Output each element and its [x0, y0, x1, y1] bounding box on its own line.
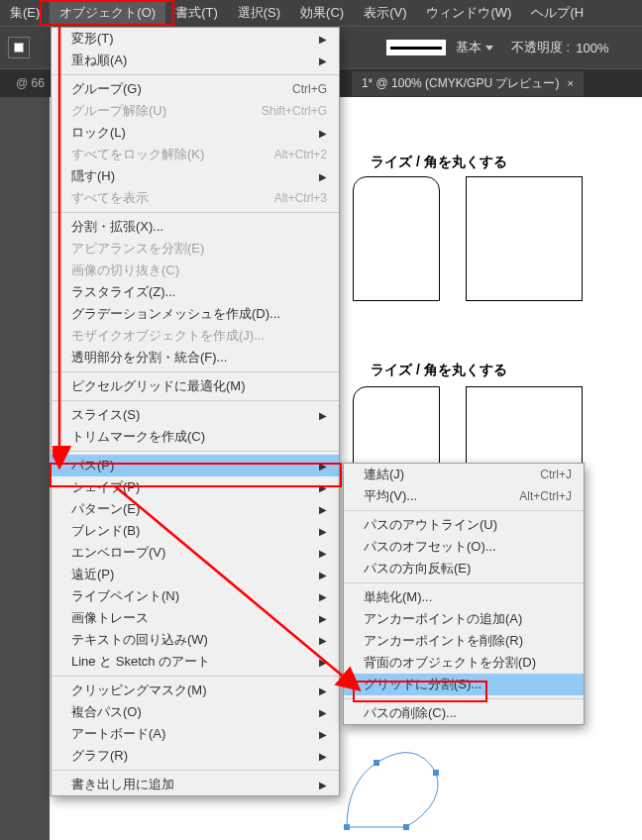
chevron-right-icon: ▶ — [319, 780, 327, 790]
close-icon[interactable]: × — [567, 77, 573, 89]
sample-rect-1 — [353, 176, 440, 301]
menu-lock[interactable]: ロック(L)▶ — [52, 122, 339, 144]
menu-pixel-grid[interactable]: ピクセルグリッドに最適化(M) — [52, 375, 339, 397]
chevron-right-icon: ▶ — [319, 482, 327, 493]
menu-text-wrap[interactable]: テキストの回り込み(W)▶ — [52, 629, 339, 651]
menu-view[interactable]: 表示(V) — [354, 0, 416, 26]
separator — [52, 212, 339, 213]
menu-expand[interactable]: 分割・拡張(X)... — [52, 216, 339, 238]
separator — [52, 74, 339, 75]
stroke-preview[interactable] — [386, 40, 446, 55]
menu-live-paint[interactable]: ライブペイント(N)▶ — [52, 585, 339, 607]
menu-hide[interactable]: 隠す(H)▶ — [52, 165, 339, 187]
separator — [52, 451, 339, 452]
menu-expand-appearance: アピアランスを分割(E) — [52, 238, 339, 260]
submenu-reverse[interactable]: パスの方向反転(E) — [344, 558, 584, 579]
menu-artboard[interactable]: アートボード(A)▶ — [52, 723, 339, 745]
page-heading-1: ライズ / 角を丸くする — [371, 154, 507, 171]
separator — [344, 582, 584, 583]
menu-envelope[interactable]: エンベロープ(V)▶ — [52, 542, 339, 564]
menu-image-trace[interactable]: 画像トレース▶ — [52, 607, 339, 629]
menu-select[interactable]: 選択(S) — [228, 0, 290, 26]
submenu-divide-below[interactable]: 背面のオブジェクトを分割(D) — [344, 652, 584, 674]
object-dropdown: 変形(T)▶ 重ね順(A)▶ グループ(G)Ctrl+G グループ解除(U)Sh… — [51, 27, 340, 796]
submenu-split-to-grid[interactable]: グリッドに分割(S)... — [344, 674, 584, 695]
menu-flatten[interactable]: 透明部分を分割・統合(F)... — [52, 347, 339, 368]
graphic-style-basic[interactable]: 基本 — [450, 37, 499, 58]
menu-edit[interactable]: 集(E) — [0, 0, 50, 26]
submenu-cleanup[interactable]: パスの削除(C)... — [344, 702, 584, 724]
menu-object[interactable]: オブジェクト(O) — [50, 0, 165, 26]
separator — [52, 770, 339, 771]
menu-crop-image: 画像の切り抜き(C) — [52, 260, 339, 281]
menu-gradient-mesh[interactable]: グラデーションメッシュを作成(D)... — [52, 303, 339, 325]
sample-rect-3 — [353, 386, 440, 466]
chevron-right-icon: ▶ — [319, 34, 327, 45]
menu-blend[interactable]: ブレンド(B)▶ — [52, 520, 339, 542]
shortcut: Alt+Ctrl+J — [519, 489, 572, 503]
menu-line-sketch[interactable]: Line と Sketch のアート▶ — [52, 651, 339, 673]
selected-path[interactable] — [337, 733, 495, 840]
chevron-right-icon: ▶ — [319, 128, 327, 139]
chevron-right-icon: ▶ — [319, 570, 327, 580]
menu-export-add[interactable]: 書き出し用に追加▶ — [52, 774, 339, 795]
basic-label: 基本 — [456, 39, 482, 56]
menu-unlock-all: すべてをロック解除(K)Alt+Ctrl+2 — [52, 144, 339, 165]
menu-path[interactable]: パス(P)▶ — [52, 455, 339, 476]
menu-shape[interactable]: シェイプ(P)▶ — [52, 476, 339, 498]
fill-stroke-icon[interactable] — [8, 37, 30, 58]
separator — [344, 510, 584, 511]
path-submenu: 連結(J)Ctrl+J 平均(V)...Alt+Ctrl+J パスのアウトライン… — [343, 463, 585, 725]
menu-ungroup: グループ解除(U)Shift+Ctrl+G — [52, 100, 339, 122]
menu-transform[interactable]: 変形(T)▶ — [52, 28, 339, 50]
shortcut: Alt+Ctrl+2 — [274, 148, 327, 161]
shortcut: Ctrl+J — [540, 468, 572, 481]
menu-rasterize[interactable]: ラスタライズ(Z)... — [52, 281, 339, 303]
menu-group[interactable]: グループ(G)Ctrl+G — [52, 78, 339, 100]
tab-left[interactable]: @ 66 — [6, 72, 54, 94]
dock-left — [0, 97, 50, 840]
menu-type[interactable]: 書式(T) — [165, 0, 228, 26]
chevron-right-icon: ▶ — [319, 751, 327, 762]
menu-graph[interactable]: グラフ(R)▶ — [52, 745, 339, 767]
menu-perspective[interactable]: 遠近(P)▶ — [52, 564, 339, 585]
submenu-remove-anchor[interactable]: アンカーポイントを削除(R) — [344, 630, 584, 652]
opacity-value[interactable]: 100% — [576, 41, 608, 55]
menu-trim-marks[interactable]: トリムマークを作成(C) — [52, 426, 339, 448]
svg-rect-3 — [403, 824, 409, 830]
tab-active[interactable]: 1* @ 100% (CMYK/GPU プレビュー) × — [352, 71, 584, 96]
chevron-right-icon: ▶ — [319, 685, 327, 696]
separator — [52, 371, 339, 372]
submenu-average[interactable]: 平均(V)...Alt+Ctrl+J — [344, 485, 584, 507]
chevron-right-icon: ▶ — [319, 635, 327, 646]
chevron-right-icon: ▶ — [319, 504, 327, 515]
separator — [52, 400, 339, 401]
menu-help[interactable]: ヘルプ(H — [521, 0, 593, 26]
menu-mosaic: モザイクオブジェクトを作成(J)... — [52, 325, 339, 347]
menu-pattern[interactable]: パターン(E)▶ — [52, 498, 339, 520]
page-heading-2: ライズ / 角を丸くする — [371, 362, 507, 379]
menu-slice[interactable]: スライス(S)▶ — [52, 404, 339, 426]
shortcut: Alt+Ctrl+3 — [274, 191, 327, 205]
menu-compound-path[interactable]: 複合パス(O)▶ — [52, 701, 339, 723]
menu-effect[interactable]: 効果(C) — [290, 0, 354, 26]
chevron-right-icon: ▶ — [319, 613, 327, 624]
menu-clipping-mask[interactable]: クリッピングマスク(M)▶ — [52, 680, 339, 701]
menu-show-all: すべてを表示Alt+Ctrl+3 — [52, 187, 339, 209]
submenu-add-anchor[interactable]: アンカーポイントの追加(A) — [344, 608, 584, 630]
shortcut: Shift+Ctrl+G — [262, 104, 327, 118]
svg-rect-2 — [433, 770, 439, 776]
sample-rect-4 — [466, 386, 583, 466]
submenu-join[interactable]: 連結(J)Ctrl+J — [344, 464, 584, 485]
menu-window[interactable]: ウィンドウ(W) — [416, 0, 521, 26]
separator — [52, 676, 339, 677]
sample-rect-2 — [466, 176, 583, 301]
submenu-simplify[interactable]: 単純化(M)... — [344, 586, 584, 608]
separator — [344, 698, 584, 699]
submenu-offset[interactable]: パスのオフセット(O)... — [344, 536, 584, 558]
menu-arrange[interactable]: 重ね順(A)▶ — [52, 50, 339, 71]
submenu-outline[interactable]: パスのアウトライン(U) — [344, 514, 584, 536]
menu-bar: 集(E) オブジェクト(O) 書式(T) 選択(S) 効果(C) 表示(V) ウ… — [0, 0, 642, 26]
svg-rect-0 — [344, 824, 350, 830]
chevron-right-icon: ▶ — [319, 707, 327, 718]
